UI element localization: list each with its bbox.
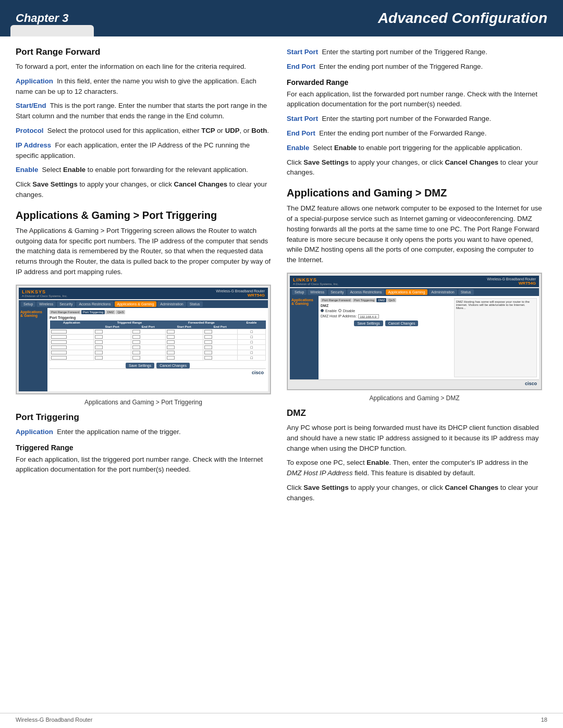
dmz-router-subtitle: A Division of Cisco Systems, Inc.	[293, 282, 338, 286]
th-triggered: Triggered Range	[93, 320, 165, 325]
left-column: Port Range Forward To forward a port, en…	[16, 47, 271, 508]
port-range-forward-title: Port Range Forward	[16, 47, 271, 57]
dmz-text3: Click Save Settings to apply your change…	[287, 483, 542, 503]
dmz-nav-status: Status	[458, 289, 474, 295]
router-ui-sim: LINKSYS A Division of Cisco Systems, Inc…	[16, 285, 271, 394]
dmz-cancel-btn[interactable]: Cancel Changes	[385, 320, 419, 326]
dmz-nav-setup: Setup	[292, 289, 307, 295]
dmz-save-btn[interactable]: Save Settings	[354, 320, 383, 326]
triggered-range-title: Triggered Range	[16, 443, 271, 452]
dmz-text2: To expose one PC, select Enable. Then, e…	[287, 458, 542, 478]
dmz-enable-row: Enable Disable	[321, 309, 452, 313]
dmz-side-menu: Applications& Gaming	[290, 296, 319, 379]
fwd-startport-label: Start Port	[287, 115, 318, 122]
header-tab-decoration	[10, 25, 94, 36]
enable-text: Select Enable to enable port forwarding …	[42, 166, 248, 174]
dmz-main-title: Applications and Gaming > DMZ	[287, 187, 542, 199]
dmz-main-area: Port Range Forward Port Triggering DMZ Q…	[319, 296, 539, 379]
subtab-qos[interactable]: QoS	[116, 310, 125, 314]
dmz-buttons: Save Settings Cancel Changes	[321, 320, 452, 326]
startport-text: Enter the starting port number of the Tr…	[322, 48, 487, 56]
dmz-subtab-portrange[interactable]: Port Range Forward	[321, 298, 352, 302]
fwd-endport-label: End Port	[287, 129, 315, 137]
nav-appsgaming[interactable]: Applications & Gaming	[115, 301, 157, 307]
subtab-porttriggering[interactable]: Port Triggering	[81, 310, 105, 314]
forwarded-range-title: Forwarded Range	[287, 78, 542, 87]
application-para: Application In this field, enter the nam…	[16, 76, 271, 97]
startport-label: Start Port	[287, 48, 318, 56]
triggered-range-text: For each application, list the triggered…	[16, 454, 271, 475]
endport-label: End Port	[287, 63, 315, 70]
protocol-label: Protocol	[16, 127, 43, 134]
cisco-logo: cisco	[50, 368, 266, 376]
fwd-enable-text: Select Enable to enable port triggering …	[313, 144, 522, 152]
dmz-nav-access: Access Restrictions	[347, 289, 384, 295]
dmz-subtab-qos[interactable]: QoS	[387, 298, 396, 302]
router-buttons: Save Settings Cancel Changes	[50, 363, 266, 368]
fwd-startport-para: Start Port Enter the starting port numbe…	[287, 114, 542, 124]
chapter-label: Chapter 3	[16, 11, 68, 25]
subtab-dmz[interactable]: DMZ	[105, 310, 115, 314]
protocol-text: Select the protocol used for this applic…	[47, 127, 269, 134]
router-sidebar: Applications& Gaming Port Range Forward …	[19, 308, 268, 391]
dmz-router-product: Wireless-G Broadband Router	[487, 277, 536, 281]
router-main-area: Port Range Forward Port Triggering DMZ Q…	[47, 308, 268, 391]
startend-text: This is the port range. Enter the number…	[16, 102, 267, 120]
dmz-subtab-porttriggering[interactable]: Port Triggering	[352, 298, 376, 302]
application-label: Application	[16, 77, 53, 85]
dmz-ip-input[interactable]: 192.168.4.9	[358, 314, 379, 318]
endport-para: End Port Enter the ending port number of…	[287, 61, 542, 72]
dmz-text1: Any PC whose port is being forwarded mus…	[287, 423, 542, 453]
fwd-save-para: Click Save Settings to apply your change…	[287, 157, 542, 178]
router-side-menu: Applications& Gaming	[19, 308, 47, 391]
table-row: ☐	[50, 339, 266, 344]
save-settings-btn[interactable]: Save Settings	[126, 363, 154, 368]
ipaddress-label: IP Address	[16, 141, 51, 149]
dmz-screenshot-caption: Applications and Gaming > DMZ	[287, 393, 542, 403]
disable-radio[interactable]	[338, 309, 341, 312]
th-forwarded: Forwarded Range	[165, 320, 237, 325]
table-row: ☐	[50, 350, 266, 355]
dmz-router-header: LINKSYS A Division of Cisco Systems, Inc…	[290, 276, 539, 287]
dmz-nav-security: Security	[328, 289, 346, 295]
dmz-subtab-dmz[interactable]: DMZ	[376, 298, 386, 302]
port-range-intro: To forward a port, enter the information…	[16, 61, 271, 72]
enable-radio-label: Enable	[325, 309, 337, 313]
dmz-router-nav: Setup Wireless Security Access Restricti…	[290, 288, 539, 296]
startend-label: Start/End	[16, 102, 46, 109]
enable-para: Enable Select Enable to enable port forw…	[16, 165, 271, 175]
ipaddress-text: For each application, enter the IP Addre…	[16, 141, 250, 159]
pt-application-text: Enter the application name of the trigge…	[57, 428, 181, 436]
dmz-intro: The DMZ feature allows one network compu…	[287, 203, 542, 265]
table-row: ☐	[50, 344, 266, 350]
dmz-left-area: Port Range Forward Port Triggering DMZ Q…	[321, 298, 452, 377]
pt-application-para: Application Enter the application name o…	[16, 427, 271, 437]
nav-security: Security	[57, 301, 75, 307]
dmz-nav-admin: Administration	[429, 289, 457, 295]
save-para-1: Click Save Settings to apply your change…	[16, 179, 271, 200]
router-model: WRT54G	[216, 293, 265, 298]
dmz-nav-appsgaming[interactable]: Applications & Gaming	[386, 289, 428, 295]
port-triggering-screenshot: LINKSYS A Division of Cisco Systems, Inc…	[16, 285, 271, 394]
page-title: Advanced Configuration	[378, 10, 547, 27]
th-enable: Enable	[237, 320, 265, 325]
footer-right: 18	[541, 717, 547, 723]
enable-radio[interactable]	[321, 309, 324, 312]
dmz-cisco-logo: cisco	[290, 379, 539, 387]
port-triggering-sub-title: Port Triggering	[16, 412, 271, 423]
dmz-screenshot: LINKSYS A Division of Cisco Systems, Inc…	[287, 273, 542, 390]
router-subtabs: Port Range Forward Port Triggering DMZ Q…	[50, 310, 266, 314]
dmz-sub-title: DMZ	[287, 408, 542, 418]
endport-text: Enter the ending port number of the Trig…	[319, 63, 483, 70]
page-header: Chapter 3 Advanced Configuration	[0, 0, 563, 36]
dmz-label: DMZ	[321, 304, 452, 307]
subtab-portrange[interactable]: Port Range Forward	[50, 310, 81, 314]
startend-para: Start/End This is the port range. Enter …	[16, 101, 271, 121]
port-triggering-label: Port Triggering	[50, 316, 266, 319]
dmz-ip-label: DMZ Host IP Address:	[321, 314, 357, 318]
router-nav: Setup Wireless Security Access Restricti…	[19, 300, 268, 308]
fwd-enable-para: Enable Select Enable to enable port trig…	[287, 143, 542, 153]
cancel-changes-btn[interactable]: Cancel Changes	[156, 363, 190, 368]
fwd-endport-para: End Port Enter the ending port number of…	[287, 128, 542, 139]
router-product: Wireless-G Broadband Router	[216, 289, 265, 293]
